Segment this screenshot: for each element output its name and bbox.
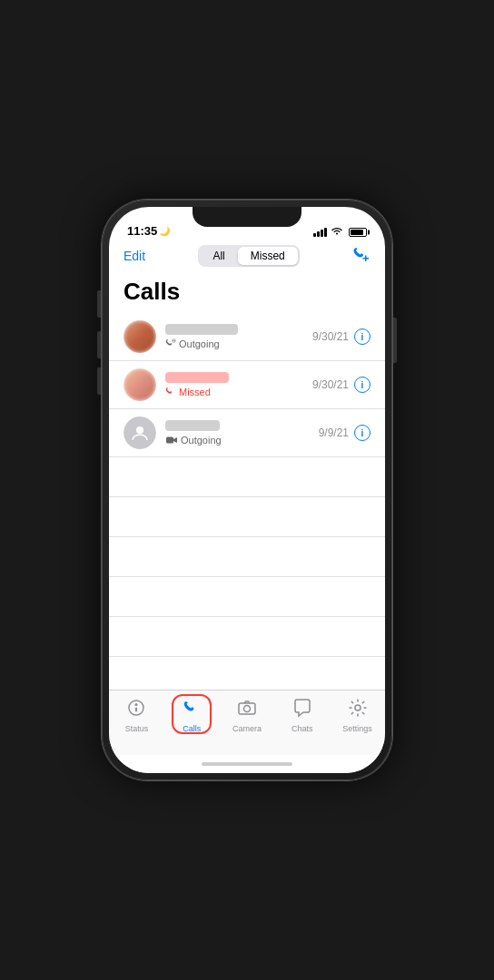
battery-icon (349, 228, 367, 237)
phone-frame: 11:35 🌙 (102, 200, 392, 780)
call-list: Outgoing 9/30/21 i (109, 313, 385, 690)
info-button[interactable]: i (354, 377, 370, 393)
call-info: Outgoing (165, 420, 310, 446)
info-button[interactable]: i (354, 328, 370, 345)
svg-rect-1 (166, 437, 173, 444)
avatar (124, 368, 156, 401)
status-time: 11:35 (127, 224, 157, 238)
signal-icon (313, 228, 327, 237)
svg-point-3 (135, 703, 138, 706)
call-name-row (165, 324, 303, 338)
segment-control: All Missed (198, 245, 299, 267)
phone-icon (165, 338, 176, 349)
tab-status-label: Status (125, 724, 149, 733)
home-bar (202, 762, 292, 766)
call-type-label: Outgoing (179, 338, 220, 349)
svg-point-6 (243, 706, 250, 712)
tab-settings[interactable]: Settings (330, 698, 385, 733)
navigation-bar: Edit All Missed (109, 241, 385, 274)
call-info: Outgoing (165, 324, 303, 349)
call-item[interactable]: Missed 9/30/21 i (109, 361, 385, 409)
tab-camera-label: Camera (232, 724, 262, 733)
tab-calls-label: Calls (183, 724, 201, 733)
call-type-label: Outgoing (181, 435, 222, 446)
tab-status[interactable]: Status (109, 698, 164, 733)
chats-tab-icon (292, 698, 312, 721)
avatar (124, 320, 156, 353)
wifi-icon (331, 227, 343, 238)
tab-camera[interactable]: Camera (220, 698, 275, 733)
call-date: 9/30/21 (312, 378, 349, 391)
call-date: 9/30/21 (312, 330, 349, 343)
tab-chats-label: Chats (291, 724, 313, 733)
tab-chats[interactable]: Chats (274, 698, 330, 733)
segment-all[interactable]: All (200, 247, 237, 265)
call-name-row (165, 372, 303, 387)
page-title: Calls (109, 274, 385, 313)
tab-settings-label: Settings (342, 724, 372, 733)
status-icons (313, 227, 367, 238)
call-item[interactable]: Outgoing 9/30/21 i (109, 313, 385, 361)
call-type: Missed (165, 387, 303, 397)
edit-button[interactable]: Edit (124, 249, 145, 263)
avatar (124, 416, 156, 449)
empty-row (109, 537, 385, 577)
calls-tab-icon (182, 698, 202, 721)
empty-row (109, 577, 385, 617)
contact-name-blurred (165, 372, 229, 383)
call-meta: 9/9/21 i (319, 425, 370, 441)
tab-bar: Status Calls (109, 690, 385, 755)
person-icon (131, 424, 149, 442)
add-call-button[interactable] (352, 246, 370, 267)
info-button[interactable]: i (354, 425, 370, 441)
camera-tab-icon (237, 698, 257, 721)
svg-rect-4 (135, 708, 137, 712)
call-type: Outgoing (165, 435, 310, 446)
status-tab-icon (126, 698, 146, 721)
phone-screen: 11:35 🌙 (109, 207, 385, 773)
empty-row (109, 657, 385, 690)
call-date: 9/9/21 (319, 426, 349, 439)
empty-row (109, 457, 385, 497)
home-indicator (109, 755, 385, 773)
contact-name-blurred (165, 324, 238, 335)
call-info: Missed (165, 372, 303, 397)
call-meta: 9/30/21 i (312, 377, 370, 393)
empty-row (109, 617, 385, 657)
contact-name-blurred (165, 420, 220, 431)
notch (193, 207, 301, 227)
svg-point-0 (136, 426, 143, 434)
missed-phone-icon (165, 387, 176, 397)
call-item[interactable]: Outgoing 9/9/21 i (109, 409, 385, 457)
svg-point-7 (355, 705, 361, 710)
empty-row (109, 497, 385, 537)
call-type: Outgoing (165, 338, 303, 349)
settings-tab-icon (348, 698, 368, 721)
call-meta: 9/30/21 i (312, 328, 370, 345)
tab-calls[interactable]: Calls (164, 698, 220, 733)
call-type-label: Missed (179, 387, 211, 397)
avatar-placeholder (124, 416, 156, 449)
call-name-row (165, 420, 310, 435)
video-icon (165, 436, 178, 445)
moon-icon: 🌙 (159, 226, 170, 236)
segment-missed[interactable]: Missed (238, 247, 298, 265)
